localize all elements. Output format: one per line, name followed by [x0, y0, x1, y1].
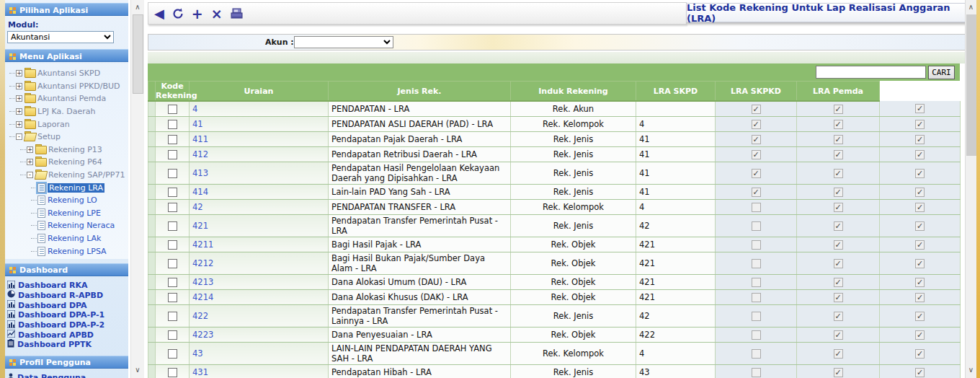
delete-icon[interactable]: ×: [211, 7, 223, 20]
row-select-checkbox[interactable]: [168, 120, 177, 129]
sidebar-item-rekening-lra[interactable]: Rekening LRA: [5, 181, 128, 194]
kode-link[interactable]: 4213: [192, 277, 213, 287]
expand-icon[interactable]: +: [16, 121, 22, 128]
sidebar-item-data-pengguna[interactable]: Data Pengguna: [7, 373, 128, 378]
add-icon[interactable]: +: [192, 7, 203, 20]
row-select-checkbox[interactable]: [168, 293, 177, 302]
sidebar-item-rekening-lpe[interactable]: Rekening LPE: [5, 207, 128, 220]
collapse-icon[interactable]: -: [27, 172, 33, 178]
kode-link[interactable]: 4214: [192, 292, 213, 302]
kode-link[interactable]: 411: [192, 134, 208, 144]
cari-button[interactable]: CARI: [928, 66, 955, 79]
kode-link[interactable]: 422: [192, 311, 208, 321]
expand-icon[interactable]: +: [27, 146, 33, 153]
row-select-checkbox[interactable]: [168, 150, 177, 159]
row-select-checkbox[interactable]: [168, 240, 177, 250]
expand-icon[interactable]: +: [27, 159, 33, 165]
kode-link[interactable]: 43: [192, 348, 203, 359]
main-scrollbar-thumb[interactable]: [966, 14, 976, 156]
expand-icon[interactable]: +: [16, 95, 22, 102]
row-select-checkbox[interactable]: [168, 203, 177, 212]
sidebar-item-rekening-lpsa[interactable]: Rekening LPSA: [5, 245, 128, 258]
row-select-cell: [156, 214, 190, 237]
jenis-cell: Rek. Objek: [511, 327, 636, 342]
row-select-checkbox[interactable]: [168, 105, 177, 114]
sidebar-scrollbar[interactable]: ∧ ∨: [130, 0, 144, 378]
row-select-checkbox[interactable]: [168, 349, 177, 359]
sidebar-item-rekening-lak[interactable]: Rekening LAk: [5, 232, 128, 245]
sidebar-item-rekening-lo[interactable]: Rekening LO: [5, 194, 128, 207]
checked-checkbox-icon: [915, 203, 925, 212]
folder-icon: [35, 158, 46, 166]
kode-link[interactable]: 4223: [192, 330, 213, 340]
checked-checkbox-icon: [915, 104, 925, 113]
row-select-checkbox[interactable]: [168, 259, 177, 268]
row-select-checkbox[interactable]: [168, 221, 177, 231]
kode-link[interactable]: 4211: [192, 239, 213, 250]
sidebar-item-setup[interactable]: -Setup: [5, 131, 128, 144]
rekening-table: Kode RekeningUraianJenis Rek.Induk Reken…: [148, 81, 961, 378]
kode-link[interactable]: 41: [192, 119, 203, 129]
refresh-icon[interactable]: [172, 8, 184, 19]
lra-skpd-cell: [716, 199, 797, 214]
checked-checkbox-icon: [915, 221, 925, 231]
kode-link[interactable]: 4212: [192, 258, 213, 268]
sidebar-item-dashboard-dpa-p-2[interactable]: Dashboard DPA-P-2: [7, 320, 128, 330]
sidebar-item-rekening-neraca[interactable]: Rekening Neraca: [5, 219, 128, 232]
sidebar-item-dashboard-apbd[interactable]: Dashboard APBD: [7, 330, 128, 340]
expand-icon[interactable]: +: [16, 83, 22, 89]
lra-skpd-cell: [716, 184, 797, 199]
scroll-up-icon[interactable]: ∧: [966, 1, 976, 14]
column-header: Jenis Rek.: [329, 82, 511, 102]
kode-link[interactable]: 414: [192, 187, 208, 197]
sidebar-item-laporan[interactable]: +Laporan: [5, 118, 128, 131]
row-select-checkbox[interactable]: [168, 330, 177, 340]
lra-skpd-cell: [716, 289, 797, 304]
collapse-icon[interactable]: -: [16, 133, 22, 140]
row-edge: [148, 327, 156, 342]
rekening-grid: CARI Kode RekeningUraianJenis Rek.Induk …: [148, 63, 960, 378]
modul-select[interactable]: Akuntansi: [7, 31, 114, 43]
sidebar-item-label: Laporan: [37, 120, 70, 129]
sidebar-item-rekening-p64[interactable]: +Rekening P64: [5, 156, 128, 169]
app-window: Pilihan Aplikasi Modul: Akuntansi Menu A…: [0, 0, 980, 378]
kode-link[interactable]: 413: [192, 168, 208, 178]
sidebar-item-rekening-sap-pp71[interactable]: -Rekening SAP/PP71: [5, 169, 128, 182]
expand-icon[interactable]: +: [16, 108, 22, 115]
scroll-up-icon[interactable]: ∧: [131, 1, 144, 14]
sidebar-item-rekening-p13[interactable]: +Rekening P13: [5, 144, 128, 157]
akun-select[interactable]: [294, 36, 393, 48]
kode-link[interactable]: 412: [192, 149, 208, 159]
sidebar-item-akuntansi-ppkd-bud[interactable]: +Akuntansi PPKD/BUD: [5, 80, 128, 93]
sidebar-item-dashboard-dpa[interactable]: Dashboard DPA: [7, 300, 128, 310]
sidebar-item-akuntansi-skpd[interactable]: +Akuntansi SKPD: [5, 67, 128, 80]
row-select-checkbox[interactable]: [168, 135, 177, 144]
kode-link[interactable]: 42: [192, 202, 203, 212]
sidebar-item-dashboard-pptk[interactable]: Dashboard PPTK: [7, 340, 128, 350]
row-select-checkbox[interactable]: [168, 368, 177, 377]
row-select-checkbox[interactable]: [168, 169, 177, 178]
kode-link[interactable]: 4: [192, 104, 197, 114]
row-select-checkbox[interactable]: [168, 278, 177, 287]
sidebar-item-dashboard-dpa-p-1[interactable]: Dashboard DPA-P-1: [7, 310, 128, 320]
expand-icon[interactable]: +: [16, 70, 22, 76]
sidebar-item-dashboard-r-apbd[interactable]: Dashboard R-APBD: [7, 291, 128, 301]
printer-icon[interactable]: [231, 8, 244, 19]
scroll-down-icon[interactable]: ∨: [966, 364, 976, 377]
sidebar-item-akuntansi-pemda[interactable]: +Akuntansi Pemda: [5, 92, 128, 105]
row-select-checkbox[interactable]: [168, 312, 177, 321]
back-icon[interactable]: ◀: [154, 7, 164, 20]
sidebar-item-dashboard-rka[interactable]: Dashboard RKA: [7, 281, 128, 291]
row-select-checkbox[interactable]: [168, 188, 177, 197]
folder-icon: [24, 94, 35, 102]
scroll-down-icon[interactable]: ∨: [131, 364, 144, 377]
uraian-cell: PENDAPATAN - LRA: [329, 101, 511, 116]
main-scrollbar[interactable]: ∧ ∨: [965, 0, 976, 378]
kode-link[interactable]: 421: [192, 221, 208, 231]
jenis-cell: Rek. Objek: [511, 274, 636, 289]
search-input[interactable]: [816, 66, 926, 79]
sidebar-item-lpj-ka-daerah[interactable]: +LPJ Ka. Daerah: [5, 105, 128, 118]
column-header-edge: [148, 82, 156, 102]
sidebar-scrollbar-thumb[interactable]: [133, 14, 143, 94]
kode-link[interactable]: 431: [192, 367, 208, 377]
